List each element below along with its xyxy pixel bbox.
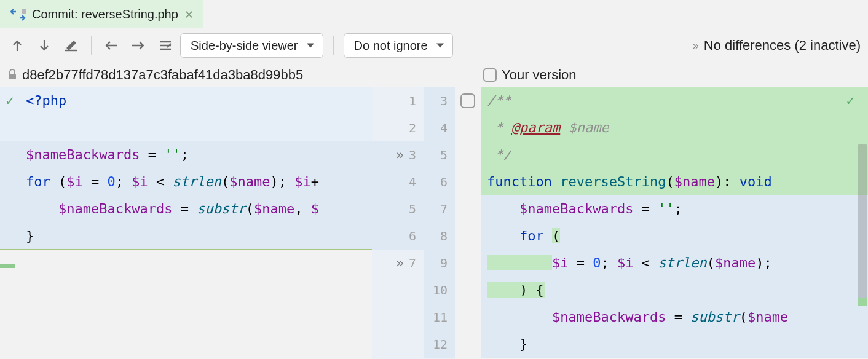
code-line[interactable] [0,114,372,141]
diff-view: ✓<?php $nameBackwards = ''; for ($i = 0;… [0,87,868,359]
line-checkbox[interactable] [460,93,475,108]
code-line[interactable]: $nameBackwards = ''; [481,195,868,223]
commit-hash: d8ef2b77ffd78d137a7c3fabaf41da3ba8d99bb5 [22,67,303,83]
toolbar: Side-by-side viewer Do not ignore » No d… [0,28,868,63]
prev-diff-button[interactable] [7,36,27,55]
viewer-mode-label: Side-by-side viewer [191,39,298,53]
line-number: 3 [440,87,448,114]
close-icon[interactable]: ✕ [184,8,194,22]
line-number: 6 [440,168,448,195]
your-version-label: Your version [502,67,576,83]
forward-button[interactable] [128,36,148,55]
tab-bar: Commit: reverseString.php ✕ [0,0,868,28]
next-diff-button[interactable] [34,36,54,55]
code-line[interactable]: } [481,331,868,358]
line-number: 11 [433,304,448,331]
code-line[interactable]: for ( [481,223,868,250]
svg-rect-1 [9,74,16,79]
code-line[interactable]: $nameBackwards = substr($name [481,304,868,331]
line-number: 2 [409,114,416,141]
line-number: 5 [440,141,448,168]
code-line[interactable]: function reverseString($name): void [481,168,868,195]
code-line[interactable] [0,250,372,277]
readonly-checkbox[interactable] [483,68,497,82]
back-button[interactable] [101,36,121,55]
code-line[interactable]: ) { [481,277,868,304]
code-line[interactable]: for ($i = 0; $i < strlen($name); $i+ [0,168,372,195]
right-marker-gutter [455,87,481,359]
ignore-label: Do not ignore [354,39,428,53]
diff-icon [10,8,26,22]
line-number: 6 [409,223,416,250]
check-icon: ✓ [846,87,854,114]
line-number: 4 [440,114,448,141]
tab-commit[interactable]: Commit: reverseString.php ✕ [0,0,203,28]
line-number: 10 [433,277,448,304]
tab-title: Commit: reverseString.php [32,7,178,22]
edit-icon[interactable] [61,36,81,55]
line-number: 1 [409,87,416,114]
revision-header: d8ef2b77ffd78d137a7c3fabaf41da3ba8d99bb5… [0,63,868,87]
code-line[interactable]: $nameBackwards = ''; [0,141,372,168]
svg-rect-0 [22,9,26,14]
code-line[interactable]: * @param $name [481,114,868,141]
right-pane[interactable]: /**✓ * @param $name */ function reverseS… [481,87,868,359]
code-line[interactable]: ✓<?php [0,87,372,114]
left-pane[interactable]: ✓<?php $nameBackwards = ''; for ($i = 0;… [0,87,372,359]
line-number: 5 [409,195,416,223]
line-number: 3 [409,141,416,168]
lock-icon [7,68,17,82]
line-number: 7 [409,250,416,277]
chevrons-icon: » [693,39,696,52]
diff-status: No differences (2 inactive) [704,37,861,53]
right-gutter: 3456789101112 [424,87,455,359]
code-line[interactable]: */ [481,141,868,168]
line-number: 9 [440,250,448,277]
code-line[interactable]: $nameBackwards = substr($name, $ [0,195,372,223]
line-number: 12 [433,331,448,358]
expand-chevron-icon[interactable]: » [396,250,400,277]
ignore-select[interactable]: Do not ignore [344,33,453,58]
expand-chevron-icon[interactable]: » [396,141,400,168]
code-line[interactable]: $i = 0; $i < strlen($name); [481,250,868,277]
scrollbar[interactable] [857,87,868,359]
line-number: 8 [440,223,448,250]
settings-lines-icon[interactable] [156,36,175,55]
code-line[interactable]: /**✓ [481,87,868,114]
check-icon: ✓ [0,87,20,114]
line-number: 4 [409,168,416,195]
left-gutter: 12»3456»7 [372,87,424,359]
line-number: 7 [440,195,448,223]
viewer-mode-select[interactable]: Side-by-side viewer [180,33,323,58]
code-line[interactable]: } [0,223,372,250]
